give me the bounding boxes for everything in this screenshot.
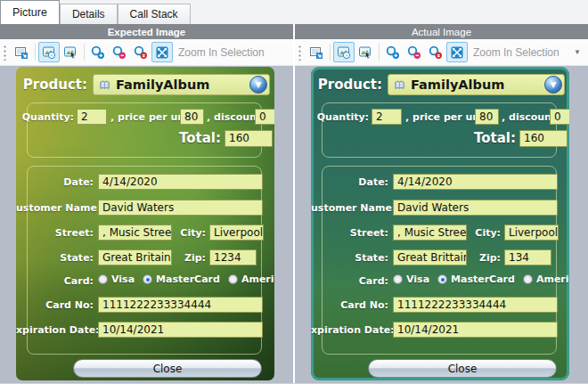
zip-field: 134 (504, 249, 551, 266)
state-label: State: (16, 252, 94, 264)
zoom-reset-button[interactable] (425, 42, 446, 62)
zoom-reset-button[interactable] (130, 42, 151, 62)
zoom-out-button[interactable] (109, 42, 130, 62)
tab-details[interactable]: Details (60, 4, 118, 24)
actual-image-area[interactable]: Product: FamilyAlbum ▼ Quantity: 2 , pri… (295, 66, 588, 384)
popout-image-button[interactable] (306, 42, 327, 62)
city-label: City: (445, 227, 501, 239)
date-field: 4/14/2020 (98, 174, 263, 190)
actual-panel: Actual Image (295, 24, 588, 384)
card-no-field: 1111222233334444 (98, 297, 263, 313)
city-label: City: (150, 227, 206, 239)
zoom-in-selection-button[interactable] (446, 42, 468, 62)
zoom-in-icon (386, 45, 400, 60)
date-label: Date: (311, 176, 388, 188)
product-dropdown-button: ▼ (249, 76, 267, 94)
customer-name-label: ustomer Name: (311, 202, 388, 214)
zoom-out-button[interactable] (404, 42, 425, 62)
toolbar-separator (379, 44, 380, 61)
expiration-date-field: 10/14/2021 (393, 322, 558, 338)
radio-icon (98, 274, 108, 284)
close-button: Close (368, 359, 557, 378)
date-label: Date: (16, 176, 94, 188)
card-no-field: 1111222233334444 (393, 297, 558, 313)
total-label: Total: (150, 130, 221, 146)
book-icon (394, 79, 405, 91)
date-field: 4/14/2020 (393, 174, 558, 190)
select-image-button[interactable] (355, 42, 376, 62)
expiration-date-label: xpiration Date: (16, 324, 94, 336)
toolbar-grip[interactable] (3, 45, 7, 61)
state-label: State: (311, 252, 388, 264)
radio-american-express-label: American Express (241, 274, 274, 285)
quantity-field: 2 (372, 109, 402, 125)
zoom-in-button[interactable] (382, 42, 404, 62)
customer-name-field: David Waters (98, 200, 263, 216)
radio-icon (228, 274, 238, 284)
radio-american-express: American Express (523, 274, 569, 285)
price-field: 80 (180, 109, 204, 125)
expiration-date-field: 10/14/2021 (98, 322, 263, 338)
tab-picture[interactable]: Picture (0, 0, 60, 24)
price-field: 80 (475, 109, 499, 125)
radio-mastercard-label: MasterCard (156, 274, 220, 285)
zoom-in-selection-icon (155, 45, 169, 60)
toolbar-grip[interactable] (298, 45, 302, 61)
select-image-button[interactable] (60, 42, 81, 62)
zoom-in-selection-label: Zoom In Selection (473, 46, 559, 59)
zoom-in-button[interactable] (87, 42, 109, 62)
zoom-in-selection-button[interactable] (151, 42, 173, 62)
zip-field: 1234 (209, 249, 257, 266)
close-button: Close (73, 359, 262, 378)
actual-toolbar: Zoom In Selection ▼ (295, 39, 588, 66)
zoom-in-selection-label: Zoom In Selection (178, 46, 265, 59)
city-field: Liverpool (504, 225, 559, 241)
radio-selected-icon (143, 274, 152, 284)
product-combobox: FamilyAlbum ▼ (93, 74, 270, 95)
product-combobox: FamilyAlbum ▼ (388, 74, 565, 95)
quantity-label: Quantity: (20, 111, 74, 123)
radio-visa: Visa (393, 274, 429, 285)
zoom-reset-icon (429, 45, 443, 60)
total-field: 160 (225, 130, 273, 147)
total-label: Total: (445, 130, 516, 146)
pan-image-button[interactable] (38, 42, 60, 62)
expected-panel: Expected Image (0, 24, 293, 384)
select-image-icon (358, 45, 372, 60)
expected-form-screenshot: Product: FamilyAlbum ▼ Quantity: 2 , pri… (16, 67, 274, 380)
pan-image-icon (337, 45, 351, 60)
radio-icon (393, 274, 403, 284)
toolbar-overflow-arrow[interactable]: ▼ (570, 48, 584, 56)
popout-image-button[interactable] (11, 42, 32, 62)
radio-mastercard: MasterCard (143, 274, 220, 285)
customer-name-field: David Waters (393, 200, 558, 216)
zoom-in-icon (91, 45, 105, 60)
zoom-out-icon (407, 45, 421, 60)
zoom-in-selection-icon (450, 45, 464, 60)
product-label: Product: (311, 77, 382, 93)
product-dropdown-button: ▼ (544, 76, 562, 94)
expected-image-area[interactable]: Product: FamilyAlbum ▼ Quantity: 2 , pri… (0, 66, 293, 384)
product-label: Product: (16, 77, 87, 93)
select-image-icon (63, 45, 78, 60)
radio-american-express: American Express (228, 274, 274, 285)
radio-american-express-label: American Express (536, 274, 569, 285)
card-label: Card: (16, 275, 94, 287)
radio-visa-label: Visa (406, 274, 429, 285)
zoom-reset-icon (134, 45, 148, 60)
pan-image-button[interactable] (333, 42, 355, 62)
city-field: Liverpool (209, 225, 264, 241)
actual-panel-header: Actual Image (295, 24, 588, 39)
expected-panel-header: Expected Image (0, 24, 293, 39)
zip-label: Zip: (150, 252, 206, 264)
radio-mastercard: MasterCard (437, 274, 515, 285)
popout-image-icon (14, 45, 29, 60)
total-field: 160 (519, 130, 568, 147)
tab-bar: Picture Details Call Stack (0, 0, 588, 24)
card-radio-group: Visa MasterCard American Express (98, 274, 274, 285)
toolbar-separator (84, 44, 85, 61)
street-label: Street: (311, 227, 388, 239)
tab-call-stack[interactable]: Call Stack (118, 4, 191, 24)
comparison-content: Expected Image (0, 24, 588, 384)
book-icon (99, 79, 110, 91)
